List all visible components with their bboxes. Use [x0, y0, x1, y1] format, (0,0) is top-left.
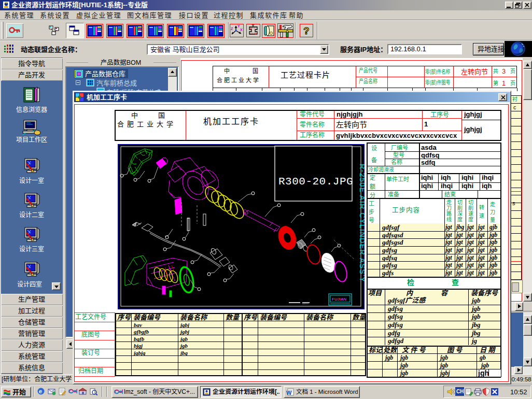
svg-text:Y: Y: [237, 24, 240, 28]
svg-text:W: W: [286, 390, 292, 396]
svg-text:X: X: [240, 28, 243, 32]
svg-text:e: e: [39, 388, 42, 394]
svg-text:FUJIAN: FUJIAN: [332, 297, 346, 302]
svg-text:?: ?: [303, 25, 310, 36]
svg-text:B1/87: B1/87: [302, 302, 309, 305]
svg-text:R300-20.JPG: R300-20.JPG: [278, 176, 353, 188]
svg-text:R-250E AIR CYLINDER ASS'Y: R-250E AIR CYLINDER ASS'Y: [358, 164, 365, 282]
svg-text:Z: Z: [231, 27, 233, 31]
